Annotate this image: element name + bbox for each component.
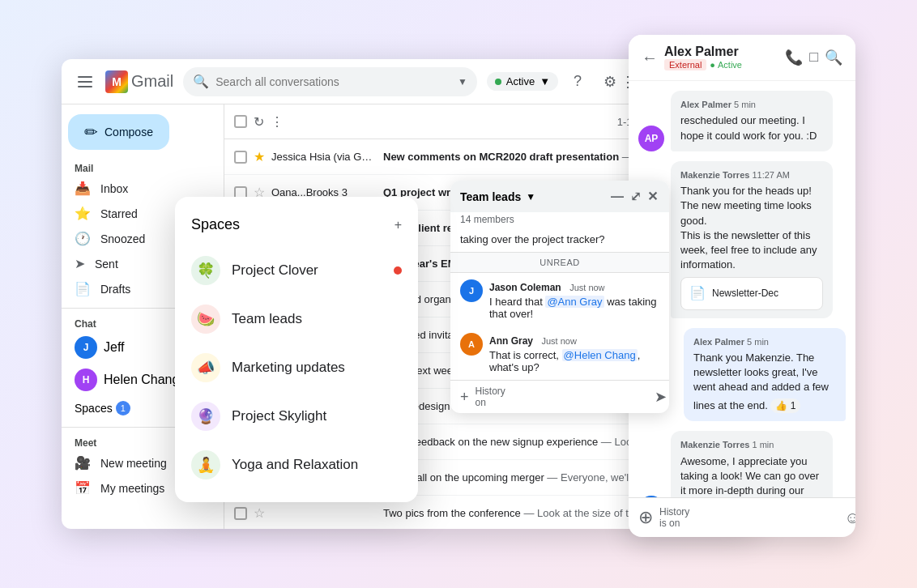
spaces-label: Spaces (75, 402, 113, 415)
jason-message-time: Just now (569, 283, 604, 292)
menu-icon[interactable] (75, 73, 96, 91)
compose-button[interactable]: ✏ Compose (68, 114, 169, 150)
settings-icon[interactable]: ⚙ (597, 69, 623, 95)
star-icon[interactable]: ☆ (254, 505, 265, 521)
chat-input-area: + History on ➤ (450, 380, 669, 413)
ann-avatar: A (460, 333, 483, 356)
makenzie-msg-meta: Makenzie Torres 11:27 AM (680, 169, 823, 181)
mobile-input-area: ⊕ History is on ☺ 🖼 ➤ (629, 497, 855, 537)
emoji-icon[interactable]: ☺ (844, 509, 855, 527)
mobile-chat-input[interactable] (696, 511, 838, 524)
chat-popup-title: Team leads (460, 190, 521, 203)
makenzie-msg-bubble: Makenzie Torres 11:27 AM Thank you for t… (671, 161, 833, 318)
search-icon: 🔍 (193, 74, 209, 89)
helen-chang-mention: @Helen Chang (562, 349, 638, 361)
refresh-icon[interactable]: ↻ (254, 114, 264, 130)
chat-input-field[interactable] (512, 391, 648, 403)
back-button[interactable]: ← (642, 49, 658, 67)
chat-expand-icon[interactable]: ⤢ (629, 187, 642, 206)
skylight-name: Project Skylight (232, 408, 326, 424)
phone-icon[interactable]: 📞 (785, 49, 803, 66)
chat-message-ann: A Ann Gray Just now That is correct, @He… (450, 326, 669, 380)
spaces-popup: Spaces + 🍀 Project Clover 🍉 Team leads 📣… (175, 197, 418, 502)
ann-message-text: That is correct, @Helen Chang, what's up… (489, 349, 659, 373)
snoozed-label: Snoozed (100, 232, 145, 245)
chat-message-jason: J Jason Coleman Just now I heard that @A… (450, 273, 669, 326)
search-dropdown-icon[interactable]: ▼ (458, 76, 467, 87)
marketing-name: Marketing updates (232, 360, 345, 376)
ann-sender-name: Ann Gray (489, 335, 533, 347)
chat-send-icon[interactable]: ➤ (655, 388, 667, 406)
ann-gray-mention: @Ann Gray (545, 296, 604, 308)
active-status: Active (710, 60, 742, 70)
search-input[interactable] (215, 75, 451, 88)
chat-name-jeff: Jeff (104, 340, 125, 355)
email-subject: New comments on MCR2020 draft presentati… (383, 151, 652, 163)
gmail-m-icon: M (105, 70, 128, 93)
active-dot (495, 79, 501, 85)
select-all-checkbox[interactable] (234, 115, 247, 128)
starred-label: Starred (100, 207, 138, 220)
drafts-label: Drafts (100, 283, 130, 296)
makenzie-msg-bubble-container: Makenzie Torres 11:27 AM Thank you for t… (671, 161, 833, 318)
marketing-avatar: 📣 (191, 353, 220, 382)
chat-minimize-icon[interactable]: — (609, 188, 625, 206)
newsletter-attachment[interactable]: 📄 Newsletter-Dec (680, 277, 823, 309)
email-checkbox[interactable] (234, 507, 247, 520)
project-clover-notification-dot (394, 266, 402, 275)
compose-label: Compose (104, 126, 153, 138)
doc-icon: 📄 (689, 284, 706, 302)
chat-avatar-jeff: J (75, 336, 97, 359)
spaces-item-marketing[interactable]: 📣 Marketing updates (175, 343, 418, 392)
alex-msg-avatar: AP (638, 126, 664, 151)
search-icon[interactable]: 🔍 (825, 49, 842, 66)
inbox-icon: 📥 (75, 181, 91, 196)
more-options-icon[interactable]: ⋮ (271, 114, 284, 130)
active-status-badge[interactable]: Active ▼ (487, 72, 558, 91)
snoozed-icon: 🕐 (75, 231, 91, 246)
drafts-icon: 📄 (75, 281, 91, 296)
chat-taking-over-text: taking over the project tracker? (450, 230, 669, 253)
sent-icon: ➤ (75, 256, 85, 271)
spaces-popup-add-icon[interactable]: + (395, 218, 402, 232)
email-subject: Fwd: Feedback on the new signup experien… (383, 436, 652, 448)
spaces-item-skylight[interactable]: 🔮 Project Skylight (175, 392, 418, 441)
thumb-reaction: 👍 1 (770, 398, 800, 414)
help-icon[interactable]: ? (565, 69, 591, 95)
jason-message-content: Jason Coleman Just now I heard that @Ann… (489, 279, 659, 320)
email-subject: Town hall on the upcoming merger — Every… (383, 471, 652, 484)
email-sender: Jessica Hsia (via Google.. (271, 151, 377, 163)
alex-msg-bubble-container: Alex Palmer 5 min rescheduled our meetin… (671, 91, 833, 151)
my-meetings-icon: 📅 (75, 480, 91, 496)
spaces-item-yoga[interactable]: 🧘 Yoga and Relaxation (175, 441, 418, 489)
mobile-msg-makenzie-1: MT Makenzie Torres 11:27 AM Thank you fo… (638, 161, 846, 318)
mobile-header-actions: 📞 □ 🔍 (785, 49, 842, 66)
compose-plus-icon: ✏ (84, 122, 98, 142)
spaces-item-project-clover[interactable]: 🍀 Project Clover (175, 246, 418, 295)
alex-msg-bubble: Alex Palmer 5 min rescheduled our meetin… (671, 91, 833, 151)
yoga-avatar: 🧘 (191, 450, 220, 479)
video-icon[interactable]: □ (809, 49, 818, 66)
mobile-chat-header: ← Alex Palmer External Active 📞 □ 🔍 (629, 35, 855, 81)
chat-unread-label: UNREAD (450, 253, 669, 273)
chat-header-actions: — ⤢ ✕ (609, 187, 659, 206)
jason-sender-name: Jason Coleman (489, 282, 561, 293)
active-dropdown-icon: ▼ (540, 75, 550, 87)
new-meeting-icon: 🎥 (75, 455, 91, 471)
search-bar[interactable]: 🔍 ▼ (183, 67, 477, 96)
history-label: History on (476, 386, 505, 408)
spaces-item-team-leads[interactable]: 🍉 Team leads (175, 295, 418, 343)
mobile-msg-alex-self: Alex Palmer 5 min Thank you Makenzie. Th… (638, 328, 846, 422)
chat-close-icon[interactable]: ✕ (646, 187, 659, 206)
chat-add-icon[interactable]: + (460, 389, 469, 406)
mobile-add-icon[interactable]: ⊕ (638, 507, 653, 528)
chat-popup: Team leads ▼ — ⤢ ✕ 14 members taking ove… (450, 181, 669, 413)
chat-popup-title-area[interactable]: Team leads ▼ (460, 190, 535, 203)
email-checkbox[interactable] (234, 151, 247, 164)
my-meetings-label: My meetings (100, 482, 164, 495)
jason-avatar: J (460, 279, 483, 302)
star-icon[interactable]: ★ (254, 149, 265, 164)
chat-name-helen: Helen Chang (104, 373, 179, 387)
inbox-label: Inbox (100, 182, 128, 195)
active-label: Active (506, 75, 535, 87)
